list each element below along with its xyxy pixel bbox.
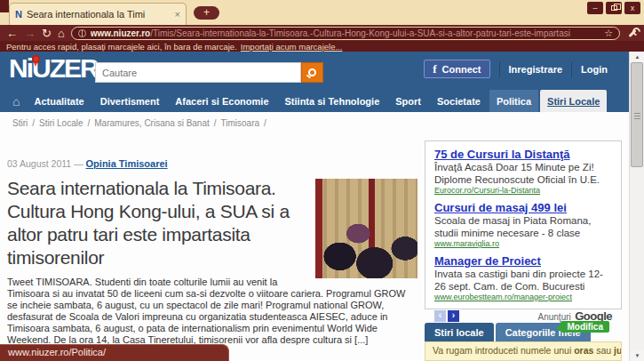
ad-pager: ‹ › — [434, 310, 459, 322]
breadcrumb-separator: / — [87, 118, 90, 128]
breadcrumb-stiri[interactable]: Stiri — [12, 118, 28, 128]
ad-description: Scoala de masaj in Piata Romana, studii … — [434, 215, 612, 239]
globe-icon — [78, 29, 86, 37]
tab-stiri-locale[interactable]: Stiri locale — [425, 323, 494, 341]
ad-title-link[interactable]: Cursuri de masaj 499 lei — [434, 201, 612, 214]
notice-bold-oras: oras — [574, 345, 593, 356]
divider — [499, 61, 500, 77]
ad-item: 75 de Cursuri la Distanţă Învaţă Acasă D… — [434, 148, 612, 195]
theme-corner — [0, 0, 9, 12]
nav-item-stiinta[interactable]: Stiinta si Tehnologie — [278, 90, 387, 112]
search-button[interactable] — [301, 62, 323, 83]
site-header: NiUZER f Connect Inregistrare Login — [0, 52, 629, 90]
scrollbar-thumb[interactable] — [631, 62, 643, 167]
forward-button[interactable]: → — [24, 28, 36, 39]
local-notice: Va rugam introduceti numele unui oras sa… — [425, 341, 622, 361]
page-scrollbar[interactable]: ▲ ▼ — [629, 52, 644, 361]
bookmark-hint-text: Pentru acces rapid, plasați marcajele ai… — [6, 42, 237, 52]
nav-item-actualitate[interactable]: Actualitate — [27, 90, 91, 112]
minimize-button[interactable]: – — [587, 2, 603, 14]
breadcrumb-separator: / — [32, 118, 35, 128]
facebook-connect-button[interactable]: f Connect — [424, 60, 489, 78]
bookmark-star-icon[interactable]: ☆ — [604, 28, 613, 39]
close-button[interactable]: x — [624, 2, 640, 14]
article: 03 August 2011 — Opinia Timisoarei Seara… — [7, 158, 417, 361]
search-area — [95, 62, 323, 83]
nav-home-icon[interactable]: ⌂ — [7, 94, 25, 108]
breadcrumb-region[interactable]: Maramures, Crisana si Banat — [94, 118, 210, 128]
restore-icon — [611, 5, 617, 11]
page-content: NiUZER f Connect Inregistrare Login ⌂ Ac… — [0, 52, 644, 361]
ad-title-link[interactable]: 75 de Cursuri la Distanţă — [434, 148, 612, 161]
import-bookmarks-link[interactable]: Importați acum marcajele... — [241, 42, 343, 52]
browser-home-button[interactable]: ⌂ — [58, 28, 65, 39]
bookmarks-bar: Pentru acces rapid, plasați marcajele ai… — [0, 41, 644, 52]
ad-next-button[interactable]: › — [448, 310, 459, 322]
main-nav: ⌂ Actualitate Divertisment Afaceri si Ec… — [0, 90, 629, 112]
notice-text: sau — [593, 345, 614, 356]
window-controls: – x — [587, 2, 640, 14]
tab-title: Seara internationala la Timi — [27, 9, 171, 20]
new-tab-button[interactable]: + — [194, 6, 219, 20]
article-photo — [315, 179, 417, 278]
article-body: Tweet TIMISOARA. Studenti din toate colt… — [7, 277, 417, 346]
article-dateline: 03 August 2011 — Opinia Timisoarei — [7, 158, 417, 169]
ad-url-link[interactable]: www.maraviglia.ro — [434, 239, 612, 248]
tab-close-icon[interactable]: × — [175, 9, 180, 20]
ad-title-link[interactable]: Manager de Proiect — [434, 254, 612, 268]
breadcrumb-timisoara[interactable]: Timisoara — [221, 118, 260, 128]
breadcrumb-separator: / — [214, 118, 217, 128]
nav-item-sport[interactable]: Sport — [388, 90, 428, 112]
browser-window: N Seara internationala la Timi × + – x ←… — [0, 0, 644, 361]
article-date: 03 August 2011 — [7, 158, 71, 169]
logo-pin-icon — [32, 55, 40, 63]
site-favicon-icon: N — [15, 9, 22, 20]
register-link[interactable]: Inregistrare — [509, 64, 563, 75]
restore-button[interactable] — [606, 2, 622, 14]
tab-strip: N Seara internationala la Timi × + – x — [0, 0, 644, 25]
search-input[interactable] — [95, 62, 301, 83]
nav-item-stiri-locale[interactable]: Stiri Locale — [540, 90, 607, 112]
search-icon — [308, 68, 316, 76]
ad-item: Cursuri de masaj 499 lei Scoala de masaj… — [434, 201, 612, 248]
nav-item-politica[interactable]: Politica — [489, 90, 538, 112]
auth-area: f Connect Inregistrare Login — [424, 60, 608, 78]
browser-toolbar: ← → ↻ ⌂ www.niuzer.ro/Timis/Seara-intern… — [0, 25, 644, 41]
login-link[interactable]: Login — [581, 64, 608, 75]
url-host: www.niuzer.ro — [91, 28, 150, 38]
ad-url-link[interactable]: www.eurobestteam.ro/manager-proiect — [434, 293, 612, 301]
reload-button[interactable]: ↻ — [42, 28, 52, 39]
ad-description: Invata sa castigi bani din proiecte 12-2… — [434, 269, 612, 293]
connect-label: Connect — [442, 64, 481, 75]
modifica-button[interactable]: Modifica — [561, 321, 609, 333]
browser-tab[interactable]: N Seara internationala la Timi × — [9, 3, 187, 25]
dateline-dash: — — [74, 158, 83, 169]
nav-item-afaceri[interactable]: Afaceri si Economie — [168, 90, 275, 112]
status-bar-url: www.niuzer.ro/Politica/ — [0, 344, 229, 361]
divider — [571, 61, 572, 77]
menu-wrench-icon[interactable] — [626, 28, 638, 39]
notice-bold-judet: judet — [614, 345, 622, 356]
notice-text: Va rugam introduceti numele unui — [433, 345, 574, 356]
back-button[interactable]: ← — [6, 28, 18, 39]
nav-item-divertisment[interactable]: Divertisment — [93, 90, 167, 112]
breadcrumb-stiri-locale[interactable]: Stiri Locale — [39, 118, 83, 128]
url-path: /Timis/Seara-internationala-la-Timisoara… — [150, 28, 570, 38]
ad-item: Manager de Proiect Invata sa castigi ban… — [434, 254, 612, 301]
facebook-icon: f — [433, 62, 436, 76]
scroll-up-button[interactable]: ▲ — [630, 52, 644, 62]
nav-item-societate[interactable]: Societate — [430, 90, 488, 112]
breadcrumb: Stiri / Stiri Locale / Maramures, Crisan… — [12, 118, 266, 128]
url-text: www.niuzer.ro/Timis/Seara-internationala… — [91, 28, 600, 38]
scroll-down-button[interactable]: ▼ — [630, 350, 644, 361]
scrollbar-grip — [634, 113, 640, 114]
ad-prev-button[interactable]: ‹ — [434, 310, 446, 322]
google-ads-box: 75 de Cursuri la Distanţă Învaţă Acasă D… — [425, 140, 622, 309]
ad-url-link[interactable]: Eurocor.ro/Cursuri-la-Distanta — [434, 186, 612, 195]
ad-description: Învaţă Acasă Doar 15 Minute pe Zi! Diplo… — [434, 162, 612, 186]
article-source-link[interactable]: Opinia Timisoarei — [86, 158, 168, 169]
niuzer-logo[interactable]: NiUZER — [9, 53, 98, 84]
url-bar[interactable]: www.niuzer.ro/Timis/Seara-internationala… — [71, 27, 620, 40]
breadcrumb-separator: / — [264, 118, 266, 128]
